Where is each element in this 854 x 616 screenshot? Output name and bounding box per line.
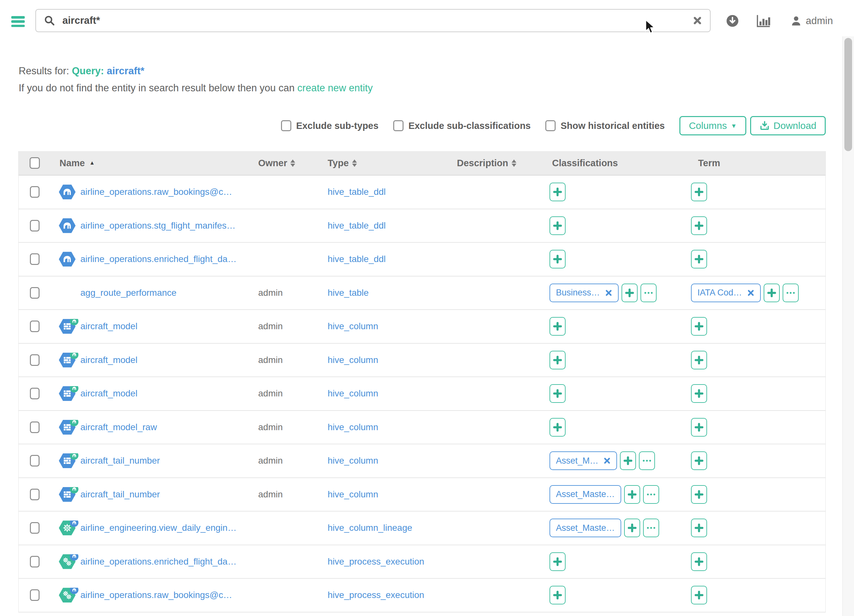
user-menu[interactable]: admin bbox=[790, 0, 833, 42]
row-checkbox[interactable] bbox=[30, 253, 40, 265]
entity-name-link[interactable]: agg_route_performance bbox=[80, 288, 177, 298]
type-link[interactable]: hive_column bbox=[328, 489, 378, 499]
classification-tag[interactable]: Asset_Maste… bbox=[549, 485, 621, 504]
entity-name-link[interactable]: aircraft_model bbox=[80, 388, 137, 399]
columns-button[interactable]: Columns▼ bbox=[679, 116, 746, 135]
classification-tag[interactable]: Business… bbox=[549, 284, 619, 302]
type-link[interactable]: hive_column bbox=[328, 388, 378, 398]
entity-name-link[interactable]: aircraft_model bbox=[80, 355, 137, 365]
entity-name-link[interactable]: airline_operations.stg_flight_manifes… bbox=[80, 221, 236, 231]
entity-name-link[interactable]: aircraft_tail_number bbox=[80, 489, 160, 500]
remove-term-icon[interactable] bbox=[747, 289, 754, 296]
remove-classification-icon[interactable] bbox=[604, 457, 611, 464]
more-classifications-button[interactable] bbox=[643, 485, 659, 504]
menu-icon[interactable] bbox=[11, 16, 25, 27]
row-checkbox[interactable] bbox=[30, 421, 40, 433]
add-term-button[interactable] bbox=[691, 518, 707, 537]
bar-chart-icon[interactable] bbox=[756, 0, 771, 42]
term-cell bbox=[688, 217, 825, 235]
type-link[interactable]: hive_column bbox=[328, 355, 378, 365]
row-checkbox[interactable] bbox=[30, 455, 40, 467]
row-checkbox[interactable] bbox=[30, 354, 40, 366]
type-link[interactable]: hive_process_execution bbox=[328, 557, 424, 567]
more-classifications-button[interactable] bbox=[643, 518, 659, 537]
add-term-button[interactable] bbox=[691, 250, 707, 268]
type-link[interactable]: hive_column bbox=[328, 422, 378, 432]
row-checkbox[interactable] bbox=[30, 220, 40, 232]
add-term-button[interactable] bbox=[691, 485, 707, 504]
row-checkbox[interactable] bbox=[30, 489, 40, 500]
type-link[interactable]: hive_table_ddl bbox=[328, 254, 386, 264]
remove-classification-icon[interactable] bbox=[605, 289, 612, 296]
add-classification-button[interactable] bbox=[549, 183, 566, 201]
header-owner[interactable]: Owner bbox=[254, 158, 322, 168]
entity-name-link[interactable]: airline_operations.enriched_flight_da… bbox=[80, 254, 236, 264]
add-classification-button[interactable] bbox=[624, 485, 640, 504]
type-link[interactable]: hive_table bbox=[328, 288, 369, 298]
add-classification-button[interactable] bbox=[620, 451, 636, 470]
add-term-button[interactable] bbox=[691, 418, 707, 437]
add-term-button[interactable] bbox=[691, 552, 707, 571]
row-checkbox[interactable] bbox=[30, 589, 40, 601]
more-classifications-button[interactable] bbox=[639, 451, 655, 470]
exclude-subclassifications-checkbox[interactable] bbox=[393, 120, 404, 131]
create-new-entity-link[interactable]: create new entity bbox=[297, 82, 373, 93]
add-classification-button[interactable] bbox=[549, 250, 566, 268]
classifications-cell bbox=[547, 250, 688, 268]
row-checkbox[interactable] bbox=[30, 320, 40, 332]
row-checkbox[interactable] bbox=[30, 388, 40, 399]
header-type[interactable]: Type bbox=[322, 158, 450, 168]
term-tag[interactable]: IATA Cod… bbox=[691, 284, 761, 302]
type-link[interactable]: hive_column bbox=[328, 321, 378, 331]
type-link[interactable]: hive_table_ddl bbox=[328, 221, 386, 230]
more-classifications-button[interactable] bbox=[640, 284, 657, 302]
type-link[interactable]: hive_column bbox=[328, 456, 378, 465]
table-header-row: Name ▲ Owner Type Description Classifica… bbox=[19, 151, 825, 175]
add-classification-button[interactable] bbox=[624, 518, 640, 537]
search-input[interactable] bbox=[63, 15, 692, 26]
results-summary: Results for: Query: aircraft* bbox=[19, 65, 144, 77]
row-checkbox[interactable] bbox=[30, 556, 40, 567]
show-historical-checkbox[interactable] bbox=[545, 120, 556, 131]
more-terms-button[interactable] bbox=[782, 284, 799, 302]
entity-name-link[interactable]: aircraft_model_raw bbox=[80, 422, 157, 432]
entity-name-link[interactable]: airline_operations.raw_bookings@c… bbox=[80, 187, 232, 197]
add-classification-button[interactable] bbox=[549, 586, 566, 604]
entity-name-link[interactable]: airline_engineering.view_daily_engin… bbox=[80, 523, 236, 533]
add-classification-button[interactable] bbox=[622, 284, 637, 302]
classification-tag[interactable]: Asset_Maste… bbox=[549, 518, 621, 537]
row-checkbox[interactable] bbox=[30, 287, 40, 299]
add-classification-button[interactable] bbox=[549, 552, 566, 571]
add-classification-button[interactable] bbox=[549, 384, 566, 403]
add-classification-button[interactable] bbox=[549, 418, 566, 437]
exclude-subtypes-checkbox[interactable] bbox=[281, 120, 291, 131]
add-term-button[interactable] bbox=[691, 586, 707, 604]
row-checkbox[interactable] bbox=[30, 522, 40, 534]
add-classification-button[interactable] bbox=[549, 351, 566, 369]
add-term-button[interactable] bbox=[764, 284, 780, 302]
add-term-button[interactable] bbox=[691, 183, 707, 201]
header-name[interactable]: Name ▲ bbox=[49, 158, 254, 168]
add-term-button[interactable] bbox=[691, 217, 707, 235]
add-term-button[interactable] bbox=[691, 384, 707, 403]
download-circle-icon[interactable] bbox=[726, 0, 739, 42]
entity-name-link[interactable]: airline_operations.raw_bookings@c… bbox=[80, 590, 232, 600]
entity-name-link[interactable]: airline_operations.enriched_flight_da… bbox=[80, 557, 236, 567]
type-link[interactable]: hive_table_ddl bbox=[328, 187, 386, 197]
add-term-button[interactable] bbox=[691, 351, 707, 369]
clear-search-icon[interactable] bbox=[692, 16, 702, 25]
type-link[interactable]: hive_column_lineage bbox=[328, 523, 412, 533]
row-checkbox[interactable] bbox=[30, 186, 40, 198]
header-description[interactable]: Description bbox=[450, 158, 547, 168]
entity-name-link[interactable]: aircraft_model bbox=[80, 321, 137, 331]
download-button[interactable]: Download bbox=[750, 116, 826, 135]
entity-name-link[interactable]: aircraft_tail_number bbox=[80, 456, 160, 466]
classification-tag[interactable]: Asset_M… bbox=[549, 451, 617, 470]
add-term-button[interactable] bbox=[691, 451, 707, 470]
add-classification-button[interactable] bbox=[549, 317, 566, 335]
scrollbar-thumb[interactable] bbox=[844, 38, 852, 151]
select-all-checkbox[interactable] bbox=[30, 157, 40, 169]
add-term-button[interactable] bbox=[691, 317, 707, 335]
add-classification-button[interactable] bbox=[549, 217, 566, 235]
type-link[interactable]: hive_process_execution bbox=[328, 590, 424, 600]
